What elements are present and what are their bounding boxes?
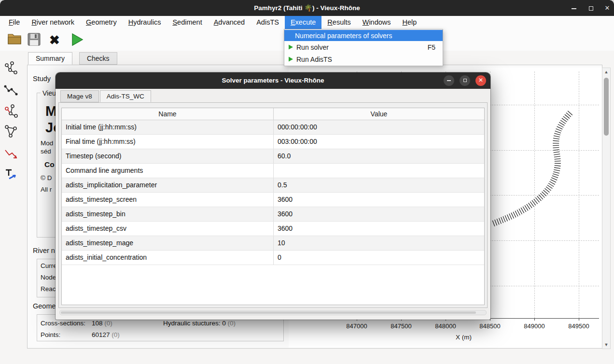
param-value[interactable]: 60.0 (274, 149, 484, 163)
menu-item-numerical-parameters[interactable]: Numerical parameters of solvers (284, 30, 443, 41)
dialog-minimize-button[interactable] (444, 75, 454, 86)
menu-river-network[interactable]: River network (26, 16, 80, 29)
run-icon (288, 44, 293, 50)
param-value[interactable] (274, 164, 484, 178)
execute-dropdown-menu: Numerical parameters of solvers Run solv… (284, 29, 443, 66)
menu-execute[interactable]: Execute (285, 16, 321, 29)
sediment-profile-button[interactable] (4, 146, 18, 161)
scroll-up-icon[interactable]: ▲ (602, 70, 610, 74)
header-value[interactable]: Value (274, 108, 484, 120)
cross-sections-label: Cross-sections: (41, 320, 85, 327)
table-row[interactable]: Initial time (jj:hh:mm:ss) 000:00:00:00 (62, 120, 484, 135)
study-contact-line: Co (44, 160, 55, 169)
param-value[interactable]: 3600 (274, 193, 484, 207)
geometry-profile-button[interactable] (4, 83, 18, 98)
tab-summary[interactable]: Summary (28, 52, 72, 65)
table-row[interactable]: adists_timestep_screen 3600 (62, 193, 484, 207)
menu-item-run-solver[interactable]: Run solver F5 (284, 41, 443, 53)
menu-sediment[interactable]: Sediment (167, 16, 208, 29)
open-study-button[interactable] (7, 33, 22, 47)
scrollbar-thumb[interactable] (604, 78, 609, 136)
minimize-button[interactable] (569, 3, 579, 14)
menu-results[interactable]: Results (321, 16, 356, 29)
param-value[interactable]: 003:00:00:00 (274, 135, 484, 149)
x-tick-label: 848500 (473, 322, 507, 330)
points-label: Points: (41, 331, 60, 338)
titlebar[interactable]: Pamhyr2 (Tahiti 🌴) - Vieux-Rhône ✕ (0, 0, 614, 16)
menu-item-run-adists[interactable]: Run AdisTS (284, 53, 443, 65)
menu-windows[interactable]: Windows (357, 16, 397, 29)
study-section-label: Study (33, 75, 51, 83)
table-row[interactable]: Timestep (second) 60.0 (62, 149, 484, 164)
window-title: Pamhyr2 (Tahiti 🌴) - Vieux-Rhône (0, 4, 614, 12)
tab-mage-v8[interactable]: Mage v8 (60, 90, 99, 102)
table-header-row: Name Value (62, 108, 484, 120)
dialog-tabbar: Mage v8Adis-TS_WC (60, 90, 152, 102)
param-name: Command line arguments (62, 164, 274, 178)
scrollbar-thumb[interactable] (61, 311, 476, 314)
dialog-titlebar[interactable]: Solver parameters - Vieux-Rhône ✕ (56, 72, 490, 89)
hydraulic-structures-value: 0 (222, 320, 226, 327)
menu-help[interactable]: Help (397, 16, 423, 29)
run-solver-button[interactable] (70, 33, 85, 47)
dialog-maximize-button[interactable] (460, 75, 470, 86)
river-network-button[interactable] (4, 61, 18, 75)
close-study-button[interactable]: ✖ (47, 33, 62, 47)
cross-sections-extra: (0) (104, 320, 112, 327)
param-value[interactable]: 3600 (274, 207, 484, 221)
menu-hydraulics[interactable]: Hydraulics (123, 16, 167, 29)
table-row[interactable]: Final time (jj:hh:mm:ss) 003:00:00:00 (62, 135, 484, 149)
param-name: adists_timestep_csv (62, 222, 274, 236)
lateral-contributions-button[interactable] (4, 124, 18, 139)
menu-geometry[interactable]: Geometry (80, 16, 123, 29)
header-name[interactable]: Name (62, 108, 274, 120)
param-value[interactable]: 3600 (274, 222, 484, 236)
table-row[interactable]: adists_timestep_csv 3600 (62, 222, 484, 236)
maximize-button[interactable] (586, 3, 596, 14)
param-value[interactable]: 10 (274, 236, 484, 250)
param-value[interactable]: 000:00:00:00 (274, 120, 484, 134)
menu-adists[interactable]: AdisTS (251, 16, 285, 29)
dialog-horizontal-scrollbar[interactable] (59, 310, 487, 315)
study-rights-line: All r (41, 186, 52, 193)
param-value[interactable]: 0 (274, 251, 484, 265)
table-row[interactable]: adists_implicitation_parameter 0.5 (62, 178, 484, 193)
x-tick-label: 847500 (384, 322, 418, 330)
initial-conditions-button[interactable] (4, 167, 18, 182)
tab-checks[interactable]: Checks (79, 52, 117, 65)
save-button[interactable] (26, 33, 42, 47)
dialog-title: Solver parameters - Vieux-Rhône (56, 77, 490, 84)
menu-advanced[interactable]: Advanced (208, 16, 251, 29)
river-section-label: River n (33, 247, 55, 254)
menu-item-shortcut: F5 (428, 43, 443, 51)
vertical-scrollbar[interactable]: ▲ ▼ (602, 68, 611, 349)
parameters-table: Name Value Initial time (jj:hh:mm:ss) 00… (61, 108, 485, 305)
hydraulic-structures-extra: (0) (228, 320, 236, 327)
dialog-close-button[interactable]: ✕ (475, 75, 486, 86)
save-icon (28, 33, 41, 46)
param-name: Final time (jj:hh:mm:ss) (62, 135, 274, 149)
menu-item-label: Numerical parameters of solvers (284, 32, 392, 40)
hydraulic-structures-label: Hydraulic stuctures: 0 (0) (163, 320, 236, 327)
table-row[interactable]: Command line arguments (62, 164, 484, 178)
left-toolbar (0, 51, 27, 364)
menubar: FileRiver networkGeometryHydraulicsSedim… (0, 16, 614, 29)
table-row[interactable]: adists_timestep_mage 10 (62, 236, 484, 251)
boundary-conditions-button[interactable] (4, 104, 18, 118)
tab-adis-ts-wc[interactable]: Adis-TS_WC (100, 90, 151, 102)
scroll-down-icon[interactable]: ▼ (602, 342, 610, 347)
param-name: adists_timestep_bin (62, 207, 274, 221)
menu-file[interactable]: File (3, 16, 26, 29)
table-row[interactable]: adists_timestep_bin 3600 (62, 207, 484, 222)
param-name: Timestep (second) (62, 149, 274, 163)
run-icon (288, 56, 293, 62)
close-button[interactable]: ✕ (602, 3, 613, 14)
river-line-current: Curre (41, 262, 57, 269)
maximize-icon (589, 6, 593, 11)
param-value[interactable]: 0.5 (274, 178, 484, 192)
x-tick-label: 849000 (517, 322, 551, 330)
table-row[interactable]: adists_initial_concentration 0 (62, 251, 484, 265)
points-extra: (0) (112, 331, 120, 338)
solver-parameters-dialog: Solver parameters - Vieux-Rhône ✕ Mage v… (56, 72, 490, 320)
x-tickmark (534, 318, 535, 321)
